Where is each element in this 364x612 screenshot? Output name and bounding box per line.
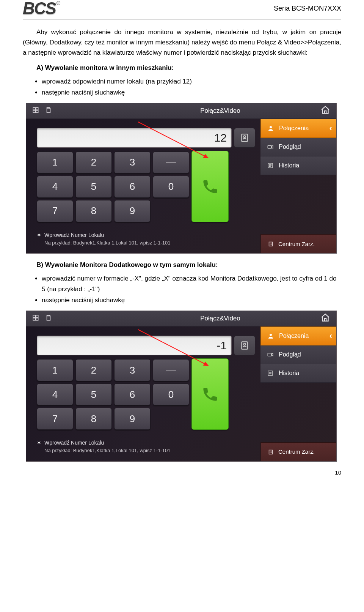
series-label: Seria BCS-MON7XXX <box>274 5 341 13</box>
logo-trademark: ® <box>56 0 60 6</box>
key-8[interactable]: 8 <box>75 200 112 222</box>
svg-rect-18 <box>268 353 271 356</box>
page-number: 10 <box>23 469 341 476</box>
menu-label: Podgląd <box>279 351 301 358</box>
logo-text: BCS <box>23 0 56 17</box>
bullets-a: wprowadź odpowiedni numer lokalu (na prz… <box>42 76 341 98</box>
key-dash[interactable]: — <box>153 359 189 381</box>
menu-connections[interactable]: Połączenia ‹ <box>260 119 336 138</box>
building-icon <box>267 240 275 247</box>
screenshot-b: Połącz&Video -1 1 2 3 — <box>26 311 337 462</box>
key-6[interactable]: 6 <box>114 383 151 405</box>
home-icon[interactable] <box>320 105 330 117</box>
svg-point-5 <box>244 136 246 137</box>
paragraph-intro: Aby wykonać połączenie do innego monitor… <box>23 27 341 58</box>
key-2[interactable]: 2 <box>75 151 112 174</box>
key-9[interactable]: 9 <box>114 200 151 222</box>
call-button[interactable] <box>191 151 229 222</box>
camera-icon <box>267 144 274 150</box>
menu-centrum[interactable]: Centrum Zarz. <box>260 234 336 253</box>
key-5[interactable]: 5 <box>75 383 112 405</box>
topbar: Połącz&Video <box>26 311 336 327</box>
key-2[interactable]: 2 <box>75 359 112 381</box>
building-icon <box>267 448 275 455</box>
svg-point-16 <box>244 343 246 345</box>
chevron-left-icon: ‹ <box>329 331 332 341</box>
star-icon: ✶ <box>37 440 41 446</box>
contacts-button[interactable] <box>234 336 255 355</box>
key-5[interactable]: 5 <box>75 176 112 198</box>
home-icon[interactable] <box>320 313 330 324</box>
hint-title: Wprowadź Numer Lokalu <box>44 440 104 446</box>
contacts-button[interactable] <box>234 128 255 148</box>
hint: ✶Wprowadź Numer Lokalu Na przykład: Budy… <box>37 231 255 247</box>
svg-rect-7 <box>268 145 271 148</box>
chevron-left-icon: ‹ <box>329 123 332 133</box>
svg-rect-12 <box>36 315 38 317</box>
key-6[interactable]: 6 <box>114 176 151 198</box>
person-icon <box>267 125 275 132</box>
call-button[interactable] <box>191 358 229 430</box>
keypad: 1 2 3 — 4 5 6 0 7 8 9 <box>37 151 189 222</box>
key-0[interactable]: 0 <box>153 383 189 405</box>
windows-icon <box>32 107 39 115</box>
svg-rect-11 <box>33 315 35 317</box>
svg-point-6 <box>270 126 272 128</box>
number-display[interactable]: 12 <box>37 128 232 148</box>
number-display[interactable]: -1 <box>37 336 232 355</box>
list-icon <box>267 370 274 377</box>
key-0[interactable]: 0 <box>153 176 189 198</box>
key-8[interactable]: 8 <box>75 408 112 430</box>
svg-rect-1 <box>36 107 38 110</box>
star-icon: ✶ <box>37 232 41 238</box>
bullet-item: następnie naciśnij słuchawkę <box>42 87 341 98</box>
menu-label: Połączenia <box>279 125 309 132</box>
menu-history[interactable]: Historia <box>260 364 336 383</box>
windows-icon <box>32 314 39 323</box>
camera-icon <box>267 351 274 358</box>
section-a-title: A) Wywołanie monitora w innym mieszkaniu… <box>36 64 341 72</box>
menu-label: Historia <box>279 162 299 169</box>
screenshot-a: Połącz&Video 12 1 2 3 — <box>26 103 337 254</box>
key-7[interactable]: 7 <box>37 408 73 430</box>
hint: ✶Wprowadź Numer Lokalu Na przykład: Budy… <box>37 439 255 454</box>
menu-label: Połączenia <box>279 333 309 339</box>
key-3[interactable]: 3 <box>114 151 151 174</box>
key-1[interactable]: 1 <box>37 151 73 174</box>
menu-label: Centrum Zarz. <box>278 448 315 455</box>
key-9[interactable]: 9 <box>114 408 151 430</box>
svg-rect-9 <box>269 242 273 246</box>
menu-label: Podgląd <box>279 144 301 150</box>
svg-rect-3 <box>36 110 38 113</box>
topbar-title: Połącz&Video <box>200 107 240 115</box>
svg-rect-0 <box>33 107 35 110</box>
key-3[interactable]: 3 <box>114 359 151 381</box>
section-b-title: B) Wywołanie Monitora Dodatkowego w tym … <box>36 261 341 269</box>
svg-rect-20 <box>269 450 273 454</box>
menu-label: Historia <box>279 370 299 377</box>
topbar: Połącz&Video <box>26 103 336 119</box>
keypad: 1 2 3 — 4 5 6 0 7 8 9 <box>37 359 189 430</box>
key-7[interactable]: 7 <box>37 200 73 222</box>
svg-rect-2 <box>33 110 35 113</box>
menu-preview[interactable]: Podgląd <box>260 138 336 156</box>
person-icon <box>267 333 275 339</box>
menu-centrum[interactable]: Centrum Zarz. <box>260 442 336 461</box>
svg-rect-13 <box>33 318 35 320</box>
key-dash[interactable]: — <box>153 151 189 174</box>
menu-history[interactable]: Historia <box>260 156 336 175</box>
list-icon <box>267 162 274 169</box>
menu-connections[interactable]: Połączenia ‹ <box>260 327 336 345</box>
hint-subtitle: Na przykład: Budynek1,Klatka 1,Lokal 101… <box>44 239 255 247</box>
bullet-item: następnie naciśnij słuchawkę <box>42 295 341 305</box>
menu-preview[interactable]: Podgląd <box>260 345 336 364</box>
menu-label: Centrum Zarz. <box>278 241 315 247</box>
bullet-item: wprowadź odpowiedni numer lokalu (na prz… <box>42 76 341 87</box>
hint-title: Wprowadź Numer Lokalu <box>44 232 104 238</box>
sd-icon <box>45 314 52 323</box>
key-4[interactable]: 4 <box>37 176 73 198</box>
key-1[interactable]: 1 <box>37 359 73 381</box>
svg-rect-14 <box>36 318 38 320</box>
topbar-title: Połącz&Video <box>200 315 240 322</box>
key-4[interactable]: 4 <box>37 383 73 405</box>
